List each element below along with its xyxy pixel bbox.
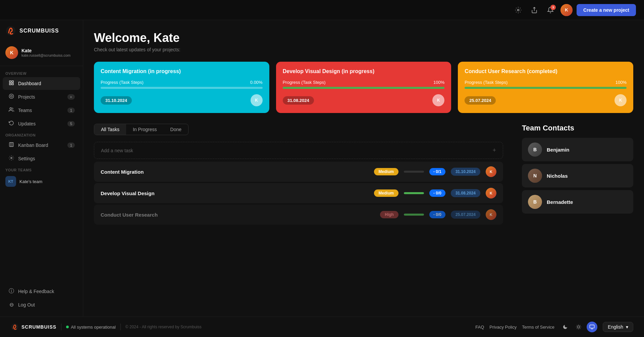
task-avatar-2: K — [486, 209, 496, 220]
project-card-content-migration[interactable]: Content Migration (in progress) Progress… — [94, 62, 269, 113]
topbar: 3 K Create a new project — [0, 0, 644, 20]
contact-card-bernadette[interactable]: B Bernadette — [522, 190, 633, 214]
card-title-0: Content Migration (in progress) — [101, 68, 263, 74]
task-count-2: - 0/0 — [429, 211, 445, 218]
dark-mode-icon[interactable] — [560, 322, 571, 332]
card-date-2: 25.07.2024 — [465, 96, 496, 105]
tab-all-tasks[interactable]: All Tasks — [94, 124, 126, 135]
svg-point-0 — [518, 9, 519, 11]
sidebar-updates-label: Updates — [18, 121, 36, 126]
sidebar-spacer — [0, 189, 83, 284]
card-title-2: Conduct User Research (completed) — [465, 68, 627, 74]
card-avatar-0: K — [251, 94, 263, 106]
share-icon[interactable] — [528, 4, 540, 16]
task-row-1[interactable]: Develop Visual Design Medium - 0/0 31.08… — [94, 183, 503, 203]
card-avatar-1: K — [432, 94, 444, 106]
section-label-overview: Overview — [0, 69, 83, 77]
sidebar-user-email: kate.russell@scrumbuiss.com — [21, 53, 70, 57]
notification-icon[interactable]: 3 — [544, 4, 556, 16]
svg-line-21 — [577, 328, 577, 329]
task-row-0[interactable]: Content Migration Medium - 0/1 31.10.202… — [94, 162, 503, 182]
task-row-2[interactable]: Conduct User Research High - 0/0 25.07.2… — [94, 205, 503, 225]
contact-avatar-nicholas: N — [528, 169, 542, 183]
project-card-visual-design[interactable]: Develop Visual Design (in progress) Prog… — [276, 62, 451, 113]
task-name-2: Conduct User Research — [101, 212, 375, 218]
task-priority-0: Medium — [374, 168, 398, 175]
create-project-button[interactable]: Create a new project — [577, 4, 636, 16]
task-avatar-1: K — [486, 188, 496, 199]
logo-icon — [5, 25, 16, 36]
card-footer-0: 31.10.2024 K — [101, 94, 263, 106]
footer-logo-icon — [11, 323, 19, 331]
footer-link-faq[interactable]: FAQ — [475, 325, 484, 330]
sidebar-logout-label: Log Out — [18, 302, 35, 307]
notification-badge: 3 — [550, 5, 556, 10]
task-priority-2: High — [380, 211, 398, 218]
tab-in-progress[interactable]: In Progress — [126, 124, 164, 135]
task-name-0: Content Migration — [101, 169, 369, 175]
kanban-badge: 1 — [67, 143, 75, 148]
task-priority-1: Medium — [374, 189, 398, 197]
contact-card-nicholas[interactable]: N Nicholas — [522, 164, 633, 187]
progress-bar-bg-1 — [283, 87, 445, 89]
sidebar-team-kates-team[interactable]: KT Kate's team — [0, 173, 83, 189]
footer-divider-1 — [61, 324, 61, 330]
settings-icon[interactable] — [512, 4, 524, 16]
progress-bar-bg-2 — [465, 87, 627, 89]
footer-brand-name: SCRUMBUISS — [21, 324, 56, 330]
sidebar-dashboard-label: Dashboard — [18, 81, 41, 86]
sidebar-logo-text: SCRUMBUISS — [19, 28, 59, 34]
svg-line-17 — [577, 325, 577, 326]
svg-point-6 — [9, 94, 13, 98]
footer-status: All systems operational — [66, 325, 116, 330]
sidebar-item-help[interactable]: ⓘ Help & Feedback — [3, 285, 80, 298]
contact-card-benjamin[interactable]: B Benjamin — [522, 138, 633, 161]
svg-rect-3 — [12, 81, 13, 82]
task-count-1: - 0/0 — [429, 189, 445, 197]
contact-name-bernadette: Bernadette — [547, 199, 573, 205]
card-footer-1: 31.08.2024 K — [283, 94, 445, 106]
sidebar-kanban-label: Kanban Board — [18, 143, 48, 148]
task-date-2: 25.07.2024 — [451, 211, 480, 219]
footer-left: SCRUMBUISS All systems operational © 202… — [11, 323, 202, 331]
project-card-user-research[interactable]: Conduct User Research (completed) Progre… — [458, 62, 633, 113]
task-progress-1 — [404, 192, 424, 194]
settings-sidebar-icon — [8, 155, 15, 162]
footer-link-privacy[interactable]: Privacy Policy — [489, 325, 517, 330]
sidebar-user-profile[interactable]: K Kate kate.russell@scrumbuiss.com — [0, 43, 83, 66]
sidebar-teams-label: Teams — [18, 108, 32, 113]
language-selector[interactable]: English ▾ — [603, 322, 633, 332]
sidebar-item-dashboard[interactable]: Dashboard — [3, 77, 80, 90]
sidebar-user-avatar: K — [5, 46, 18, 59]
progress-bar-fill-1 — [283, 87, 445, 89]
sidebar-settings-label: Settings — [18, 156, 35, 161]
sidebar-user-info: Kate kate.russell@scrumbuiss.com — [21, 48, 70, 57]
sidebar-item-updates[interactable]: Updates 5 — [3, 117, 80, 130]
status-dot — [66, 326, 69, 328]
user-avatar-topbar[interactable]: K — [560, 4, 573, 16]
svg-rect-2 — [9, 81, 11, 82]
sidebar-item-kanban[interactable]: Kanban Board 1 — [3, 139, 80, 152]
task-progress-0 — [404, 171, 424, 173]
main-content: Welcome, Kate Check out latest updates o… — [83, 20, 644, 317]
sidebar-user-name: Kate — [21, 48, 70, 53]
welcome-subtitle: Check out latest updates of your project… — [94, 47, 633, 52]
tab-done[interactable]: Done — [164, 124, 188, 135]
sidebar-help-label: Help & Feedback — [18, 289, 54, 294]
task-filter-tabs: All Tasks In Progress Done — [94, 124, 189, 135]
add-task-button[interactable]: Add a new task + — [94, 142, 503, 159]
sidebar-item-settings[interactable]: Settings — [3, 152, 80, 165]
footer-logo: SCRUMBUISS — [11, 323, 56, 331]
light-mode-icon[interactable] — [573, 322, 584, 332]
task-progress-bar-2 — [404, 214, 424, 216]
add-task-icon: + — [492, 147, 496, 154]
footer-right: FAQ Privacy Policy Terms of Service Engl… — [475, 322, 633, 332]
sidebar-item-teams[interactable]: Teams 1 — [3, 104, 80, 117]
footer: SCRUMBUISS All systems operational © 202… — [0, 317, 644, 337]
monitor-icon[interactable] — [587, 322, 597, 332]
sidebar-item-logout[interactable]: ⊖ Log Out — [3, 298, 80, 311]
svg-point-8 — [10, 108, 11, 109]
footer-link-terms[interactable]: Terms of Service — [522, 325, 554, 330]
sidebar-item-projects[interactable]: Projects + — [3, 91, 80, 103]
task-date-1: 31.08.2024 — [451, 189, 480, 197]
